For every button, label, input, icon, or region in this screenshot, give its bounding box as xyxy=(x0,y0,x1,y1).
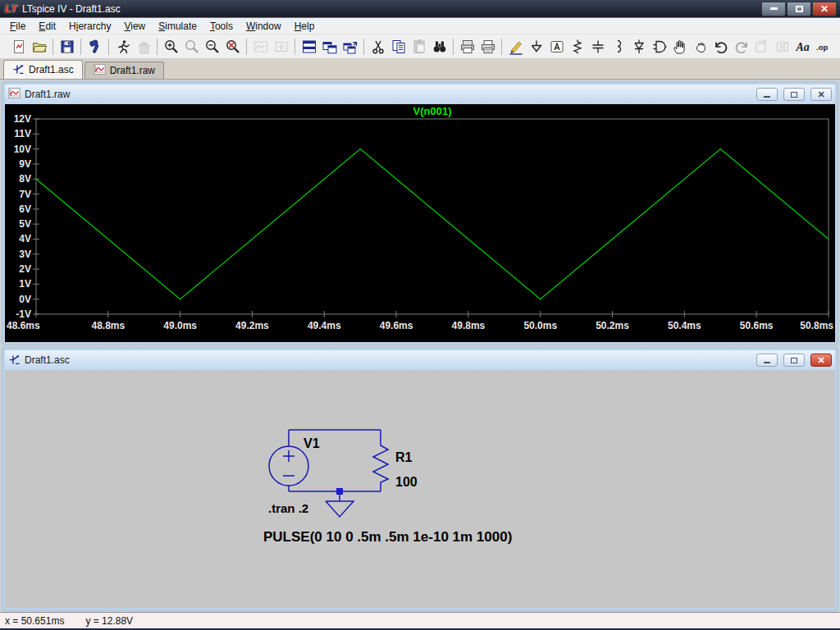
y-tick-label: 4V xyxy=(19,233,31,244)
menu-simulate[interactable]: Simulate xyxy=(152,19,203,34)
schematic-window-titlebar[interactable]: Draft1.asc ✕ xyxy=(5,350,835,370)
menu-edit[interactable]: Edit xyxy=(32,19,62,34)
restore-button[interactable] xyxy=(787,2,811,16)
schematic-canvas[interactable]: V1R1100.tran .2PULSE(0 10 0 .5m .5m 1e-1… xyxy=(5,370,835,608)
print-preview-button[interactable] xyxy=(457,37,477,57)
pulse-source-value[interactable]: PULSE(0 10 0 .5m .5m 1e-10 1m 1000) xyxy=(263,529,512,545)
toolbar-separator xyxy=(246,39,247,55)
menu-view[interactable]: View xyxy=(117,19,152,34)
y-tick-label: 10V xyxy=(14,144,31,155)
undo-button[interactable] xyxy=(710,37,731,57)
control-panel-button[interactable] xyxy=(84,37,105,57)
pan-button xyxy=(271,37,291,57)
spice-directive-button[interactable]: .op xyxy=(813,37,833,57)
run-button[interactable] xyxy=(112,37,133,57)
resistor-label[interactable]: R1 xyxy=(395,450,413,464)
cut-button[interactable] xyxy=(368,37,388,57)
source-label[interactable]: V1 xyxy=(304,436,320,450)
toolbar-separator xyxy=(453,39,454,55)
drag-button[interactable] xyxy=(690,37,710,57)
net-node[interactable] xyxy=(336,488,343,495)
zoom-in-button[interactable] xyxy=(161,37,181,57)
tab-label: Draft1.raw xyxy=(110,65,155,76)
menu-help[interactable]: Help xyxy=(288,19,322,34)
new-schematic-button[interactable] xyxy=(8,37,29,57)
schematic-window: Draft1.asc ✕ V1R1100.tran .2PULSE(0 10 0… xyxy=(2,348,838,610)
place-inductor-button[interactable] xyxy=(608,37,628,57)
place-label-button[interactable] xyxy=(546,37,567,57)
close-button[interactable]: ✕ xyxy=(812,2,837,16)
x-tick-label: 48.6ms xyxy=(7,320,40,331)
place-resistor-button[interactable] xyxy=(567,37,587,57)
maximize-icon xyxy=(791,92,797,98)
minimize-icon xyxy=(764,96,770,98)
toolbar: Aa.op xyxy=(0,34,840,59)
place-ground-button[interactable] xyxy=(526,37,546,57)
close-icon: ✕ xyxy=(817,91,824,98)
tab-bar: Draft1.ascDraft1.raw xyxy=(0,59,840,80)
tab-draft1.raw[interactable]: Draft1.raw xyxy=(84,62,164,79)
cursor-y-readout: y = 12.88V xyxy=(85,615,133,627)
toolbar-separator xyxy=(501,39,502,55)
menu-hierarchy[interactable]: Hierarchy xyxy=(62,19,117,34)
x-tick-label: 50.0ms xyxy=(523,320,557,331)
place-diode-button[interactable] xyxy=(628,37,649,57)
restore-icon xyxy=(796,6,803,12)
y-tick-label: 2V xyxy=(19,263,31,275)
menu-tools[interactable]: Tools xyxy=(203,19,240,34)
menu-file[interactable]: File xyxy=(3,19,32,34)
y-tick-label: 11V xyxy=(14,128,31,139)
copy-button[interactable] xyxy=(388,37,409,57)
waveform-window-titlebar[interactable]: Draft1.raw ✕ xyxy=(5,84,835,104)
toolbar-separator xyxy=(52,39,53,55)
zoom-out-button[interactable] xyxy=(202,37,222,57)
x-tick-label: 49.2ms xyxy=(235,320,269,331)
menu-window[interactable]: Window xyxy=(240,19,288,34)
y-tick-label: 3V xyxy=(19,249,31,260)
schematic-close-button[interactable]: ✕ xyxy=(810,354,832,367)
menu-bar: FileEditHierarchyViewSimulateToolsWindow… xyxy=(0,18,840,34)
save-button[interactable] xyxy=(57,37,77,57)
tab-draft1.asc[interactable]: Draft1.asc xyxy=(3,60,83,79)
schematic-icon xyxy=(8,353,21,368)
y-tick-label: 8V xyxy=(19,173,31,185)
tile-vertically-button[interactable] xyxy=(319,37,340,57)
tran-directive[interactable]: .tran .2 xyxy=(268,501,308,515)
minimize-icon xyxy=(764,362,770,363)
place-component-button[interactable] xyxy=(649,37,669,57)
toolbar-separator xyxy=(157,39,158,55)
tab-label: Draft1.asc xyxy=(29,64,74,75)
print-button[interactable] xyxy=(477,37,498,57)
title-bar: LT LTspice IV - Draft1.asc ✕ xyxy=(0,0,840,18)
open-button[interactable] xyxy=(29,37,49,57)
draw-wire-button[interactable] xyxy=(505,37,526,57)
move-button[interactable] xyxy=(669,37,690,57)
close-icon: ✕ xyxy=(817,357,824,364)
x-tick-label: 50.8ms xyxy=(800,320,833,331)
x-tick-label: 50.6ms xyxy=(740,320,774,331)
schematic-icon xyxy=(12,62,25,77)
autorange-waveform-button xyxy=(250,37,271,57)
waveform-plot-area[interactable]: V(n001)12V11V10V9V8V7V6V5V4V3V2V1V0V-1V4… xyxy=(5,104,835,342)
tile-horizontally-button[interactable] xyxy=(299,37,319,57)
schematic-maximize-button[interactable] xyxy=(783,354,805,367)
place-capacitor-button[interactable] xyxy=(587,37,608,57)
resistor-value[interactable]: 100 xyxy=(395,475,418,489)
find-button[interactable] xyxy=(429,37,450,57)
minimize-button[interactable] xyxy=(761,2,786,16)
waveform-maximize-button[interactable] xyxy=(783,88,805,101)
schematic-minimize-button[interactable] xyxy=(756,354,778,367)
x-tick-label: 49.0ms xyxy=(163,320,197,331)
zoom-full-extents-button[interactable] xyxy=(222,37,243,57)
waveform-minimize-button[interactable] xyxy=(756,88,778,101)
minimize-icon xyxy=(770,7,778,10)
x-tick-label: 50.4ms xyxy=(668,320,701,331)
toolbar-separator xyxy=(363,39,364,55)
waveform-icon xyxy=(8,87,21,102)
cascade-windows-button[interactable] xyxy=(340,37,360,57)
halt-button xyxy=(133,37,153,57)
waveform-close-button[interactable]: ✕ xyxy=(810,88,832,101)
place-text-button[interactable]: Aa xyxy=(792,37,813,57)
waveform-window: Draft1.raw ✕ V(n001)12V11V10V9V8V7V6V5V4… xyxy=(2,82,838,345)
y-tick-label: 1V xyxy=(19,278,31,290)
